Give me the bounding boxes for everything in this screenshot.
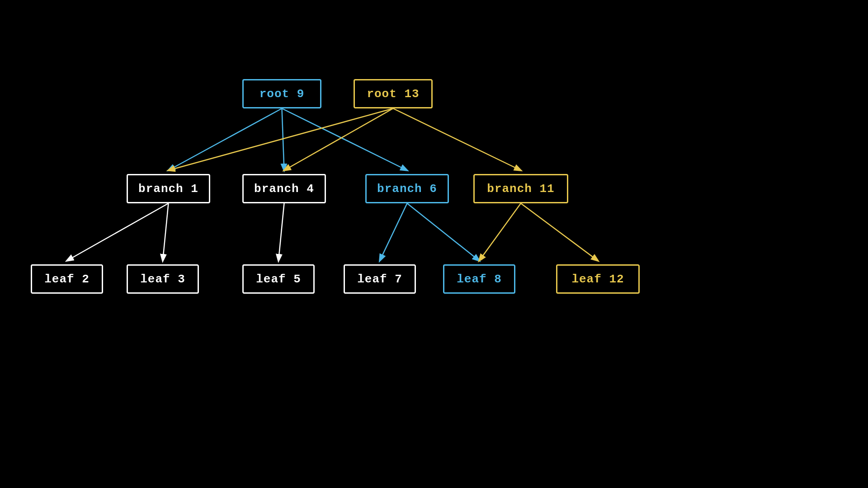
- arrow-root9-branch1: [169, 108, 282, 170]
- arrow-root9-branch6: [282, 108, 407, 170]
- arrows-layer: [0, 0, 868, 488]
- arrow-branch6-leaf8: [407, 203, 480, 261]
- node-leaf7: leaf 7: [344, 264, 416, 294]
- node-branch1: branch 1: [127, 174, 210, 203]
- arrow-branch1-leaf3: [163, 203, 169, 261]
- arrow-root13-branch1: [169, 108, 393, 170]
- node-leaf8: leaf 8: [443, 264, 515, 294]
- arrow-branch11-leaf12: [521, 203, 598, 261]
- arrow-root13-branch11: [393, 108, 521, 170]
- node-branch6: branch 6: [365, 174, 449, 203]
- node-leaf5: leaf 5: [242, 264, 315, 294]
- node-branch11: branch 11: [473, 174, 568, 203]
- diagram-canvas: root 9root 13branch 1branch 4branch 6bra…: [0, 0, 868, 488]
- arrow-branch4-leaf5: [278, 203, 284, 261]
- node-branch4: branch 4: [242, 174, 326, 203]
- arrow-branch6-leaf7: [380, 203, 407, 261]
- arrow-root13-branch4: [284, 108, 393, 170]
- node-leaf12: leaf 12: [556, 264, 640, 294]
- node-root9: root 9: [242, 79, 321, 108]
- node-leaf2: leaf 2: [31, 264, 103, 294]
- arrow-root9-branch4: [282, 108, 284, 170]
- arrow-branch1-leaf2: [67, 203, 169, 261]
- node-root13: root 13: [354, 79, 433, 108]
- arrow-branch11-leaf8: [479, 203, 521, 261]
- node-leaf3: leaf 3: [127, 264, 199, 294]
